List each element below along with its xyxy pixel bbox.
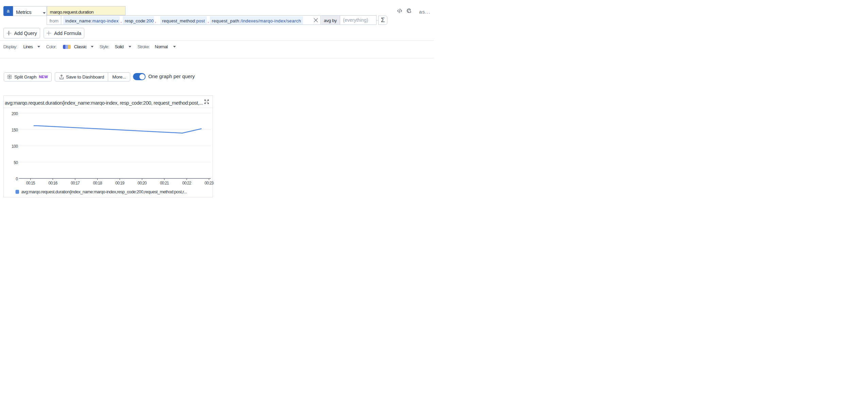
svg-text:00:17: 00:17 xyxy=(70,181,80,185)
svg-text:00:22: 00:22 xyxy=(182,181,191,185)
svg-text:0: 0 xyxy=(16,177,18,181)
svg-text:50: 50 xyxy=(14,160,18,165)
svg-text:avg:marqo.request.duration{ind: avg:marqo.request.duration{index_name:ma… xyxy=(21,189,187,194)
svg-text:00:15: 00:15 xyxy=(26,181,35,185)
svg-text:200: 200 xyxy=(11,111,18,116)
svg-text:00:18: 00:18 xyxy=(93,181,102,185)
svg-text:00:21: 00:21 xyxy=(160,181,169,185)
svg-text:00:16: 00:16 xyxy=(48,181,57,185)
svg-text:150: 150 xyxy=(11,128,18,132)
svg-text:00:23: 00:23 xyxy=(204,181,214,185)
svg-text:00:19: 00:19 xyxy=(115,181,124,185)
svg-text:00:20: 00:20 xyxy=(137,181,147,185)
svg-text:100: 100 xyxy=(11,144,18,149)
